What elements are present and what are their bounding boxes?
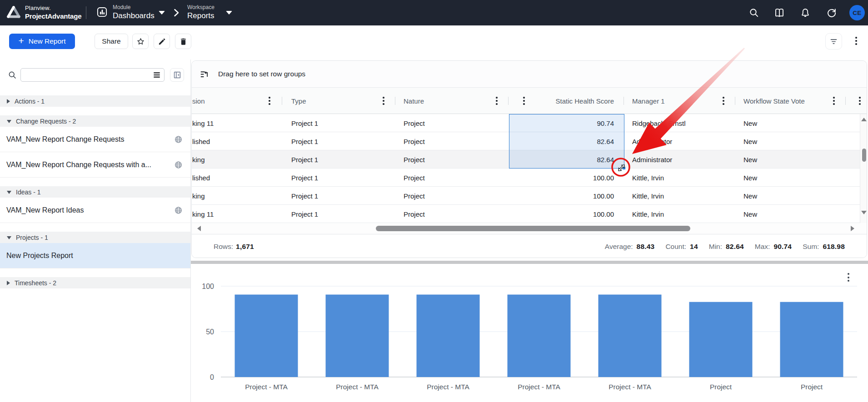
bar[interactable] xyxy=(508,295,571,377)
table-cell[interactable]: 100.00 xyxy=(509,174,614,181)
table-row[interactable]: lishedProject 1Project100.00Kittle, Irvi… xyxy=(192,169,860,187)
section-collapsed-caret-icon[interactable] xyxy=(7,99,10,104)
section-expanded-caret-icon[interactable] xyxy=(7,236,11,239)
table-cell[interactable]: king 11 xyxy=(192,119,214,127)
table-row[interactable]: king 11Project 1Project100.00Kittle, Irv… xyxy=(192,205,860,223)
table-cell[interactable]: Ridgeback, Ernstl xyxy=(632,119,686,127)
column-resize-divider[interactable] xyxy=(282,97,282,105)
table-cell[interactable]: Project xyxy=(404,137,425,145)
column-menu-kebab-icon[interactable] xyxy=(833,97,835,105)
sidebar-section-header[interactable]: Timesheets - 2 xyxy=(0,277,190,288)
chart-kebab-icon[interactable] xyxy=(848,273,849,281)
column-menu-kebab-icon[interactable] xyxy=(723,97,724,105)
table-cell[interactable]: New xyxy=(743,210,757,218)
table-cell[interactable]: New xyxy=(743,119,757,127)
column-header-label[interactable]: Workflow State Vote xyxy=(743,97,805,104)
column-header-label[interactable]: Manager 1 xyxy=(632,97,665,104)
table-cell[interactable]: New xyxy=(743,174,757,181)
table-cell[interactable]: lished xyxy=(192,137,210,145)
bell-icon[interactable] xyxy=(800,7,811,18)
column-resize-divider[interactable] xyxy=(624,97,624,105)
column-resize-divider[interactable] xyxy=(735,97,735,105)
bar[interactable] xyxy=(235,295,298,377)
sidebar-search-input[interactable] xyxy=(25,69,147,81)
table-cell[interactable]: king 11 xyxy=(192,210,214,218)
table-cell[interactable]: 100.00 xyxy=(509,192,614,199)
workspace-switcher[interactable]: Workspace Reports xyxy=(187,5,215,20)
sidebar-section-header[interactable]: Projects - 1 xyxy=(0,232,190,243)
table-cell[interactable]: king xyxy=(192,155,205,163)
module-caret-icon[interactable] xyxy=(159,11,165,15)
new-report-button[interactable]: + New Report xyxy=(9,34,75,49)
column-header-label[interactable]: Nature xyxy=(404,97,424,104)
column-menu-kebab-icon[interactable] xyxy=(383,97,384,105)
column-menu-kebab-icon[interactable] xyxy=(269,97,270,105)
table-cell[interactable]: king xyxy=(192,192,205,199)
edit-button[interactable] xyxy=(154,34,170,49)
sidebar-section-header[interactable]: Change Requests - 2 xyxy=(0,115,190,127)
collapse-sidebar-button[interactable] xyxy=(170,68,184,82)
panel-resize-splitter[interactable] xyxy=(191,261,868,264)
column-resize-divider[interactable] xyxy=(845,97,846,105)
table-cell[interactable]: Kittle, Irvin xyxy=(632,174,664,181)
column-menu-kebab-icon[interactable] xyxy=(523,97,525,105)
vertical-scrollbar-thumb[interactable] xyxy=(862,149,866,162)
column-header-label[interactable]: sion xyxy=(192,97,205,104)
share-button[interactable]: Share xyxy=(95,34,128,49)
planview-logo[interactable]: Planview. ProjectAdvantage xyxy=(6,5,81,20)
bar[interactable] xyxy=(599,295,662,377)
filter-button[interactable] xyxy=(825,33,842,50)
bar[interactable] xyxy=(326,295,389,377)
bar[interactable] xyxy=(417,295,480,377)
horizontal-scrollbar-thumb[interactable] xyxy=(376,226,690,231)
column-menu-kebab-icon[interactable] xyxy=(496,97,498,105)
vertical-scrollbar[interactable] xyxy=(860,114,867,223)
toolbar-kebab-icon[interactable] xyxy=(855,37,857,45)
table-cell[interactable]: New xyxy=(743,155,757,163)
table-cell[interactable]: Project xyxy=(404,174,425,181)
table-cell[interactable]: Project xyxy=(404,210,425,218)
section-expanded-caret-icon[interactable] xyxy=(7,120,11,123)
scroll-left-icon[interactable] xyxy=(197,226,201,231)
delete-button[interactable] xyxy=(175,34,191,49)
selection-fill-handle[interactable] xyxy=(623,167,625,169)
table-row[interactable]: kingProject 1Project100.00Kittle, IrvinN… xyxy=(192,187,860,205)
scroll-up-icon[interactable] xyxy=(861,118,867,121)
table-cell[interactable]: Project xyxy=(404,155,425,163)
table-cell[interactable]: Project xyxy=(404,119,425,127)
table-cell[interactable]: Project 1 xyxy=(291,210,318,218)
table-cell[interactable]: Project 1 xyxy=(291,119,318,127)
table-cell[interactable]: Kittle, Irvin xyxy=(632,210,664,218)
report-list-item[interactable]: New Projects Report xyxy=(0,243,190,268)
search-icon[interactable] xyxy=(748,7,759,18)
bar[interactable] xyxy=(689,302,753,377)
report-list-item[interactable]: VAM_New Report Change Requests with a... xyxy=(0,152,190,178)
horizontal-scrollbar[interactable] xyxy=(192,223,867,234)
table-cell[interactable]: Project 1 xyxy=(291,174,318,181)
user-avatar[interactable]: CE xyxy=(849,5,865,20)
table-cell[interactable]: Project 1 xyxy=(291,137,318,145)
section-collapsed-caret-icon[interactable] xyxy=(7,281,10,285)
table-cell[interactable]: Kittle, Irvin xyxy=(632,192,664,199)
module-switcher[interactable]: Module Dashboards xyxy=(97,5,155,20)
table-cell[interactable]: Project 1 xyxy=(291,192,318,199)
table-cell[interactable]: New xyxy=(743,192,757,199)
table-cell[interactable]: New xyxy=(743,137,757,145)
sidebar-section-header[interactable]: Actions - 1 xyxy=(0,95,190,107)
table-cell[interactable]: Project 1 xyxy=(291,155,318,163)
bar[interactable] xyxy=(780,302,843,377)
section-expanded-caret-icon[interactable] xyxy=(7,191,11,194)
column-menu-kebab-icon[interactable] xyxy=(859,97,861,105)
sidebar-section-header[interactable]: Ideas - 1 xyxy=(0,186,190,198)
refresh-icon[interactable] xyxy=(826,7,837,18)
row-group-drop-zone[interactable]: Drag here to set row groups xyxy=(192,61,867,88)
favorite-button[interactable] xyxy=(132,34,149,49)
scroll-right-icon[interactable] xyxy=(851,226,854,231)
scroll-down-icon[interactable] xyxy=(861,211,867,214)
report-list-item[interactable]: VAM_New Report Ideas xyxy=(0,198,190,223)
column-resize-divider[interactable] xyxy=(395,97,395,105)
sidebar-menu-icon[interactable] xyxy=(152,70,162,79)
workspace-caret-icon[interactable] xyxy=(226,11,232,15)
table-cell[interactable]: lished xyxy=(192,174,210,181)
report-list-item[interactable]: VAM_New Report Change Requests xyxy=(0,127,190,152)
